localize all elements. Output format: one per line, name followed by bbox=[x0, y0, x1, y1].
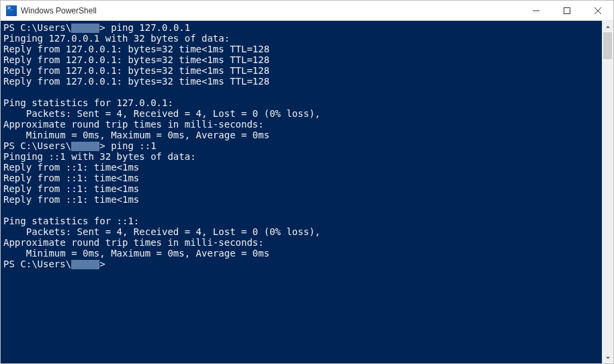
prompt-prefix: PS C:\Users\ bbox=[3, 259, 71, 269]
prompt-suffix: > bbox=[99, 22, 111, 33]
scroll-down-button[interactable] bbox=[602, 352, 613, 363]
minimize-button[interactable] bbox=[521, 1, 552, 20]
scrollbar-track[interactable] bbox=[602, 32, 613, 352]
terminal-output-line: Reply from ::1: time<1ms bbox=[3, 194, 599, 205]
terminal-output-line: Reply from ::1: time<1ms bbox=[3, 162, 599, 173]
redacted-username: █████ bbox=[71, 142, 99, 151]
command-text: ping 127.0.0.1 bbox=[111, 22, 190, 33]
terminal-output-line bbox=[3, 87, 599, 97]
terminal-prompt-line: PS C:\Users\█████> ping 127.0.0.1 bbox=[3, 22, 599, 33]
terminal-output-line bbox=[3, 205, 599, 216]
terminal-output-line: Minimum = 0ms, Maximum = 0ms, Average = … bbox=[3, 248, 599, 259]
terminal-output-line: Reply from 127.0.0.1: bytes=32 time<1ms … bbox=[3, 44, 599, 54]
terminal-output-line: Pinging 127.0.0.1 with 32 bytes of data: bbox=[3, 33, 599, 44]
powershell-icon bbox=[6, 5, 17, 16]
terminal-output-line: Approximate round trip times in milli-se… bbox=[3, 237, 599, 248]
terminal-output-line: Minimum = 0ms, Maximum = 0ms, Average = … bbox=[3, 130, 599, 140]
prompt-suffix: > bbox=[99, 259, 111, 269]
terminal-output-line: Pinging ::1 with 32 bytes of data: bbox=[3, 151, 599, 162]
terminal-output-line: Reply from ::1: time<1ms bbox=[3, 183, 599, 194]
window-titlebar[interactable]: Windows PowerShell bbox=[1, 1, 613, 21]
scrollbar-thumb[interactable] bbox=[603, 32, 612, 59]
prompt-suffix: > bbox=[99, 140, 111, 151]
terminal-prompt-line: PS C:\Users\█████> ping ::1 bbox=[3, 140, 599, 151]
terminal-output[interactable]: PS C:\Users\█████> ping 127.0.0.1Pinging… bbox=[1, 21, 602, 363]
terminal-output-line: Ping statistics for ::1: bbox=[3, 216, 599, 226]
prompt-prefix: PS C:\Users\ bbox=[3, 140, 71, 151]
redacted-username: █████ bbox=[71, 260, 99, 269]
vertical-scrollbar[interactable] bbox=[602, 21, 613, 363]
maximize-button[interactable] bbox=[552, 1, 582, 20]
terminal-output-line: Ping statistics for 127.0.0.1: bbox=[3, 97, 599, 108]
close-button[interactable] bbox=[582, 1, 613, 20]
scroll-up-button[interactable] bbox=[602, 21, 613, 32]
terminal-output-line: Packets: Sent = 4, Received = 4, Lost = … bbox=[3, 108, 599, 119]
redacted-username: █████ bbox=[71, 24, 99, 33]
command-text: ping ::1 bbox=[111, 140, 156, 151]
terminal-output-line: Reply from 127.0.0.1: bytes=32 time<1ms … bbox=[3, 76, 599, 87]
svg-rect-1 bbox=[564, 7, 570, 13]
terminal-output-line: Reply from ::1: time<1ms bbox=[3, 173, 599, 183]
terminal-output-line: Approximate round trip times in milli-se… bbox=[3, 119, 599, 130]
terminal-output-line: Reply from 127.0.0.1: bytes=32 time<1ms … bbox=[3, 54, 599, 65]
window-title: Windows PowerShell bbox=[21, 6, 97, 15]
terminal-output-line: Reply from 127.0.0.1: bytes=32 time<1ms … bbox=[3, 65, 599, 76]
prompt-prefix: PS C:\Users\ bbox=[3, 22, 71, 33]
terminal-output-line: Packets: Sent = 4, Received = 4, Lost = … bbox=[3, 226, 599, 237]
terminal-prompt-line: PS C:\Users\█████> bbox=[3, 259, 599, 269]
